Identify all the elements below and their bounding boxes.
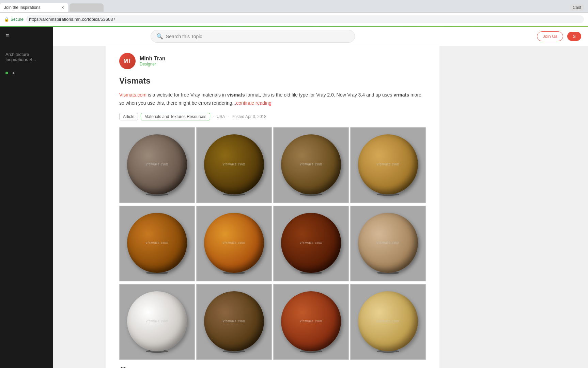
image-cell-5[interactable]: vismats.com xyxy=(119,206,195,281)
image-cell-4[interactable]: vismats.com xyxy=(350,127,426,203)
image-cell-2[interactable]: vismats.com xyxy=(196,127,272,203)
sphere-container-11: vismats.com xyxy=(274,284,349,359)
image-cell-9[interactable]: vismats.com xyxy=(119,284,195,360)
watermark-6: vismats.com xyxy=(223,241,246,245)
image-cell-11[interactable]: vismats.com xyxy=(273,284,349,360)
left-sidebar: ≡ Architecture Inspirations S... ● A ARC… xyxy=(0,27,53,368)
sphere-container-5: vismats.com xyxy=(120,206,195,281)
sphere-blonde: vismats.com xyxy=(358,291,418,351)
article-title: Vismats xyxy=(119,76,426,86)
meta-location: USA xyxy=(217,114,225,119)
lock-icon: 🔒 xyxy=(4,17,9,22)
center-panel: MT Minh Tran Designer Vismats Vismats.co… xyxy=(106,46,439,368)
sphere-orange-wood: vismats.com xyxy=(127,213,187,273)
active-dot-icon xyxy=(5,72,8,74)
tag-materials[interactable]: Materials and Textures Resources xyxy=(141,113,210,120)
sphere-dark-red: vismats.com xyxy=(281,213,341,273)
image-cell-3[interactable]: vismats.com xyxy=(273,127,349,203)
watermark-4: vismats.com xyxy=(377,162,400,166)
sphere-container-4: vismats.com xyxy=(351,128,425,203)
sphere-container-9: vismats.com xyxy=(120,284,195,359)
watermark-3: vismats.com xyxy=(300,162,323,166)
image-grid-row-1: vismats.com vismats.com xyxy=(119,127,426,203)
url-field[interactable]: https://archinspirations.mn.co/topics/53… xyxy=(26,15,584,23)
left-panel xyxy=(53,46,106,368)
image-grid-row-3: vismats.com vismats.com xyxy=(119,284,426,360)
top-navigation: 🔍 Join Us S xyxy=(53,27,588,46)
sidebar-item-label-2: ● xyxy=(12,70,15,75)
article-body: Vismats.com is a website for free Vray m… xyxy=(119,91,426,107)
avatar-initials: MT xyxy=(123,58,131,64)
address-bar: 🔒 Secure https://archinspirations.mn.co/… xyxy=(0,12,588,26)
search-bar[interactable]: 🔍 xyxy=(151,30,355,43)
watermark-5: vismats.com xyxy=(146,241,169,245)
continue-reading-link[interactable]: continue reading xyxy=(236,100,272,106)
image-cell-10[interactable]: vismats.com xyxy=(196,284,272,360)
sphere-container-6: vismats.com xyxy=(197,206,272,281)
sidebar-item-active[interactable]: ● xyxy=(0,66,53,79)
two-column-layout: MT Minh Tran Designer Vismats Vismats.co… xyxy=(53,46,588,368)
sphere-medium-wood: vismats.com xyxy=(281,134,341,194)
watermark-2: vismats.com xyxy=(223,162,246,166)
tab-title: Join the Inspirations xyxy=(4,5,59,10)
inactive-browser-tab[interactable] xyxy=(69,3,104,12)
author-info: Minh Tran Designer xyxy=(140,56,166,67)
sphere-rough-stone: vismats.com xyxy=(127,134,187,194)
image-cell-1[interactable]: vismats.com xyxy=(119,127,195,203)
sign-in-button[interactable]: S xyxy=(567,32,581,41)
sphere-container-10: vismats.com xyxy=(197,284,272,359)
sidebar-item-arch[interactable]: Architecture Inspirations S... xyxy=(0,48,53,66)
watermark-9: vismats.com xyxy=(146,319,169,323)
tag-article[interactable]: Article xyxy=(119,113,138,120)
content-area: MT Minh Tran Designer Vismats Vismats.co… xyxy=(106,46,439,368)
image-cell-7[interactable]: vismats.com xyxy=(273,206,349,281)
sidebar-item-label: Architecture Inspirations S... xyxy=(5,52,36,62)
watermark-10: vismats.com xyxy=(223,319,246,323)
body-bold-2: vrmats xyxy=(393,92,409,98)
search-input[interactable] xyxy=(166,34,349,39)
article-meta: Article Materials and Textures Resources… xyxy=(119,113,426,120)
active-browser-tab[interactable]: Join the Inspirations × xyxy=(0,3,68,12)
secure-label: Secure xyxy=(11,17,24,22)
image-cell-8[interactable]: vismats.com xyxy=(350,206,426,281)
sphere-dark-wood: vismats.com xyxy=(204,134,264,194)
cast-button[interactable]: Cast xyxy=(570,4,584,11)
image-cell-12[interactable]: vismats.com xyxy=(350,284,426,360)
sphere-white: vismats.com xyxy=(127,291,187,351)
sphere-container-3: vismats.com xyxy=(274,128,349,203)
join-conversation-section[interactable]: 💬 Join the Conversation xyxy=(119,363,426,368)
search-icon: 🔍 xyxy=(156,33,163,40)
sphere-tan: vismats.com xyxy=(358,213,418,273)
secure-indicator: 🔒 Secure xyxy=(4,17,24,22)
tab-close-button[interactable]: × xyxy=(61,5,64,10)
meta-posted: Posted Apr 3, 2018 xyxy=(232,114,266,119)
watermark-8: vismats.com xyxy=(377,241,400,245)
sphere-curly-wood: vismats.com xyxy=(204,291,264,351)
sphere-bright-orange: vismats.com xyxy=(204,213,264,273)
watermark-7: vismats.com xyxy=(300,241,323,245)
author-role: Designer xyxy=(140,62,166,67)
sphere-light-wood: vismats.com xyxy=(358,134,418,194)
body-text-1: is a website for free Vray materials in xyxy=(146,92,227,98)
meta-divider-2: · xyxy=(228,114,229,119)
join-us-button[interactable]: Join Us xyxy=(537,31,563,41)
body-text-2: format, this is the old file type for Vr… xyxy=(245,92,393,98)
sphere-container-2: vismats.com xyxy=(197,128,272,203)
sphere-red-wood: vismats.com xyxy=(281,291,341,351)
nav-actions: Join Us S xyxy=(537,31,581,41)
chat-icon: 💬 xyxy=(119,367,127,368)
article-header: MT Minh Tran Designer xyxy=(119,53,426,69)
hamburger-menu-button[interactable]: ≡ xyxy=(0,27,53,45)
watermark-12: vismats.com xyxy=(377,319,400,323)
brand-link[interactable]: Vismats.com xyxy=(119,92,146,98)
meta-divider: · xyxy=(213,114,214,119)
image-cell-6[interactable]: vismats.com xyxy=(196,206,272,281)
sphere-container-12: vismats.com xyxy=(351,284,425,359)
body-bold-1: vismats xyxy=(227,92,245,98)
author-avatar: MT xyxy=(119,53,136,69)
sphere-container-7: vismats.com xyxy=(274,206,349,281)
watermark-1: vismats.com xyxy=(146,162,169,166)
sphere-container-1: vismats.com xyxy=(120,128,195,203)
image-grid-row-2: vismats.com vismats.com xyxy=(119,206,426,281)
author-name[interactable]: Minh Tran xyxy=(140,56,166,62)
